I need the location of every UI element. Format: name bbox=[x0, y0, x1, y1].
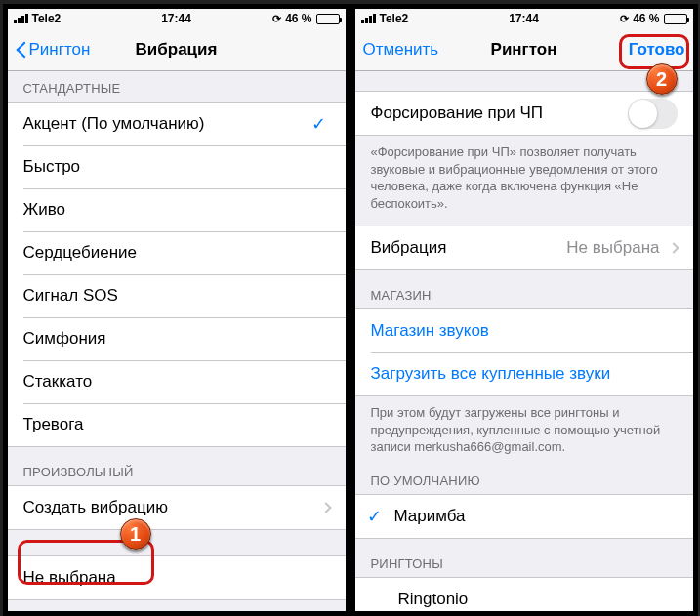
option-label: Живо bbox=[23, 200, 330, 220]
orientation-lock-icon: ⟳ bbox=[272, 13, 281, 25]
status-bar: Tele2 17:44 ⟳ 46 % bbox=[355, 9, 693, 28]
clock-label: 17:44 bbox=[161, 12, 191, 25]
vibration-row[interactable]: Вибрация Не выбрана bbox=[355, 226, 693, 269]
row-label: Загрузить все купленные звуки bbox=[371, 364, 678, 384]
section-header-custom: ПРОИЗВОЛЬНЫЙ bbox=[8, 447, 346, 485]
checkmark-icon: ✓ bbox=[309, 113, 330, 135]
create-vibration-row[interactable]: Создать вибрацию bbox=[8, 486, 346, 529]
list-default: ✓ Маримба bbox=[355, 494, 693, 539]
emergency-note: «Форсирование при ЧП» позволяет получать… bbox=[355, 136, 693, 226]
section-header-ringtones: РИНГТОНЫ bbox=[355, 539, 693, 577]
vibration-option[interactable]: Сердцебиение bbox=[8, 231, 346, 274]
back-label: Рингтон bbox=[29, 40, 91, 60]
status-bar: Tele2 17:44 ⟳ 46 % bbox=[8, 9, 346, 28]
ringtone-row[interactable]: Ringtonio bbox=[355, 578, 693, 611]
option-label: Тревога bbox=[23, 415, 330, 434]
battery-label: 46 % bbox=[285, 12, 311, 25]
row-label: Магазин звуков bbox=[371, 321, 678, 341]
chevron-right-icon bbox=[668, 243, 679, 254]
row-label: Создать вибрацию bbox=[23, 498, 318, 517]
page-title: Рингтон bbox=[491, 40, 557, 60]
list-none: Не выбрана bbox=[8, 555, 346, 600]
chevron-right-icon bbox=[320, 502, 331, 513]
list-ringtones: Ringtonio Апекс bbox=[355, 577, 693, 611]
signal-icon bbox=[361, 14, 376, 23]
vibration-option[interactable]: Быстро bbox=[8, 145, 346, 188]
vibration-option[interactable]: Симфония bbox=[8, 317, 346, 360]
clock-label: 17:44 bbox=[509, 12, 539, 25]
list-vibration: Вибрация Не выбрана bbox=[355, 226, 693, 270]
carrier-label: Tele2 bbox=[380, 12, 409, 25]
option-label: Сигнал SOS bbox=[23, 286, 330, 306]
emergency-bypass-row[interactable]: Форсирование при ЧП bbox=[355, 92, 693, 135]
default-ringtone-row[interactable]: ✓ Маримба bbox=[355, 495, 693, 538]
row-value: Не выбрана bbox=[566, 238, 659, 258]
back-button[interactable]: Рингтон bbox=[16, 40, 94, 60]
nav-bar: Рингтон Вибрация bbox=[8, 28, 346, 71]
store-note: При этом будут загружены все рингтоны и … bbox=[355, 396, 693, 470]
list-emergency: Форсирование при ЧП bbox=[355, 91, 693, 136]
option-label: Сердцебиение bbox=[23, 243, 330, 263]
content-area: Форсирование при ЧП «Форсирование при ЧП… bbox=[355, 71, 693, 611]
vibration-option[interactable]: Акцент (По умолчанию) ✓ bbox=[8, 103, 346, 145]
content-area: СТАНДАРТНЫЕ Акцент (По умолчанию) ✓ Быст… bbox=[8, 71, 346, 611]
row-label: Вибрация bbox=[371, 238, 567, 258]
chevron-left-icon bbox=[16, 40, 27, 60]
vibration-option[interactable]: Тревога bbox=[8, 403, 346, 446]
section-header-default: ПО УМОЛЧАНИЮ bbox=[355, 470, 693, 494]
vibration-option[interactable]: Сигнал SOS bbox=[8, 274, 346, 317]
section-header-standard: СТАНДАРТНЫЕ bbox=[8, 71, 346, 102]
phone-right: Tele2 17:44 ⟳ 46 % Отменить Рингтон Гото… bbox=[354, 8, 694, 612]
vibration-option[interactable]: Стаккато bbox=[8, 360, 346, 403]
page-title: Вибрация bbox=[136, 40, 218, 60]
row-label: Маримба bbox=[394, 507, 678, 526]
row-label: Ringtonio bbox=[398, 590, 678, 609]
list-store: Магазин звуков Загрузить все купленные з… bbox=[355, 308, 693, 396]
cancel-label: Отменить bbox=[363, 40, 439, 60]
done-button[interactable]: Готово bbox=[629, 40, 685, 60]
cancel-button[interactable]: Отменить bbox=[363, 40, 441, 60]
none-row[interactable]: Не выбрана bbox=[8, 556, 346, 599]
list-standard: Акцент (По умолчанию) ✓ Быстро Живо Серд… bbox=[8, 102, 346, 447]
section-header-store: МАГАЗИН bbox=[355, 270, 693, 308]
download-all-row[interactable]: Загрузить все купленные звуки bbox=[355, 352, 693, 395]
row-label: Форсирование при ЧП bbox=[371, 103, 628, 123]
row-label: Не выбрана bbox=[23, 568, 330, 588]
toggle-switch[interactable] bbox=[628, 99, 678, 129]
list-custom: Создать вибрацию bbox=[8, 485, 346, 530]
carrier-label: Tele2 bbox=[32, 12, 62, 25]
vibration-option[interactable]: Живо bbox=[8, 188, 346, 231]
option-label: Быстро bbox=[23, 157, 330, 177]
nav-bar: Отменить Рингтон Готово bbox=[355, 28, 693, 71]
phone-left: Tele2 17:44 ⟳ 46 % Рингтон Вибрация СТАН… bbox=[7, 8, 347, 612]
signal-icon bbox=[14, 14, 28, 23]
battery-label: 46 % bbox=[633, 12, 659, 25]
option-label: Симфония bbox=[23, 329, 330, 349]
option-label: Стаккато bbox=[23, 372, 330, 391]
battery-icon bbox=[664, 14, 687, 24]
option-label: Акцент (По умолчанию) bbox=[23, 114, 309, 134]
battery-icon bbox=[316, 14, 340, 24]
tone-store-row[interactable]: Магазин звуков bbox=[355, 309, 693, 352]
orientation-lock-icon: ⟳ bbox=[620, 13, 629, 25]
checkmark-icon: ✓ bbox=[367, 506, 394, 527]
